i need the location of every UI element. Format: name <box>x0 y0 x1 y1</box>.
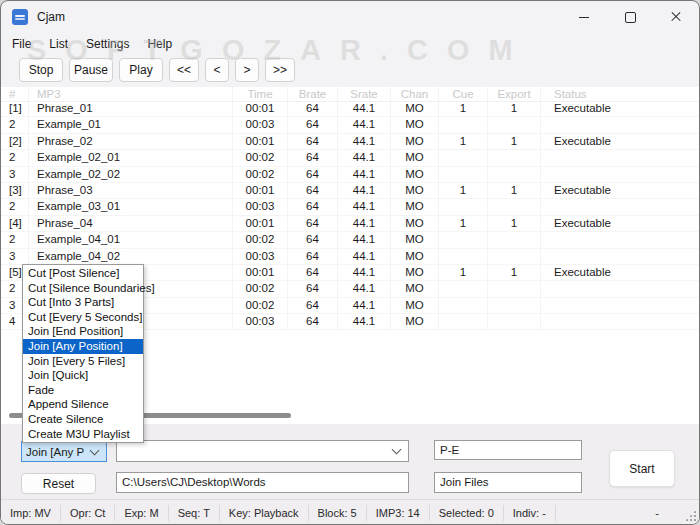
pause-button[interactable]: Pause <box>69 58 113 82</box>
context-menu-item[interactable]: Cut [Every 5 Seconds] <box>23 310 143 325</box>
export-cell <box>488 281 541 296</box>
reset-button[interactable]: Reset <box>21 473 96 494</box>
status-cell <box>541 281 699 296</box>
export-cell <box>488 167 541 182</box>
time-cell: 00:01 <box>233 183 288 198</box>
time-cell: 00:01 <box>233 265 288 280</box>
step-back-button[interactable]: < <box>205 58 229 82</box>
status-cell <box>541 249 699 264</box>
num-cell: 3 <box>1 167 29 182</box>
table-row[interactable]: 2Example_02_0100:026444.1MO <box>1 150 699 166</box>
table-row[interactable]: [4]Phrase_0400:016444.1MO11Executable <box>1 216 699 232</box>
range-input[interactable]: P-E <box>434 440 582 460</box>
app-icon <box>12 9 28 25</box>
table-row[interactable]: [1]Phrase_0100:016444.1MO11Executable <box>1 101 699 117</box>
num-cell: 2 <box>1 232 29 247</box>
brate-cell: 64 <box>288 298 338 313</box>
chan-cell: MO <box>391 232 439 247</box>
action-combo[interactable]: Join [Any P <box>21 441 107 462</box>
name-cell: Example_04_02 <box>29 249 233 264</box>
menu-file[interactable]: File <box>3 35 40 53</box>
close-icon <box>670 11 682 23</box>
status-segment: Exp: M <box>115 505 168 521</box>
maximize-button[interactable] <box>607 1 653 33</box>
brate-cell: 64 <box>288 314 338 329</box>
srate-cell: 44.1 <box>338 216 391 231</box>
table-row[interactable]: 2Example_0100:036444.1MO <box>1 117 699 133</box>
context-menu-item[interactable]: Append Silence <box>23 397 143 412</box>
table-row[interactable]: 2Example_04_0100:026444.1MO <box>1 232 699 248</box>
path-input[interactable]: C:\Users\CJ\Desktop\Words <box>116 472 409 493</box>
menu-bar: FileListSettingsHelp <box>3 33 181 54</box>
cue-cell <box>439 167 488 182</box>
context-menu: Cut [Post Silence]Cut [Silence Boundarie… <box>22 264 144 443</box>
status-segment: Indiv: - <box>504 505 556 521</box>
time-cell: 00:03 <box>233 314 288 329</box>
context-menu-item[interactable]: Join [Quick] <box>23 368 143 383</box>
cue-cell: 1 <box>439 101 488 116</box>
context-menu-item[interactable]: Cut [Silence Boundaries] <box>23 281 143 296</box>
menu-settings[interactable]: Settings <box>77 35 138 53</box>
num-cell: 2 <box>1 117 29 132</box>
cue-cell <box>439 298 488 313</box>
srate-cell: 44.1 <box>338 183 391 198</box>
output-name-input[interactable]: Join Files <box>434 472 582 493</box>
export-cell: 1 <box>488 265 541 280</box>
window-controls <box>561 1 699 33</box>
minimize-button[interactable] <box>561 1 607 33</box>
context-menu-item[interactable]: Join [End Position] <box>23 324 143 339</box>
cue-cell <box>439 232 488 247</box>
context-menu-item[interactable]: Fade <box>23 383 143 398</box>
context-menu-item[interactable]: Join [Every 5 Files] <box>23 354 143 369</box>
context-menu-item[interactable]: Join [Any Position] <box>23 339 143 354</box>
status-cell: Executable <box>541 183 699 198</box>
chan-cell: MO <box>391 314 439 329</box>
play-button[interactable]: Play <box>119 58 163 82</box>
status-bar: Imp: MVOpr: CtExp: MSeq: TKey: PlaybackB… <box>1 499 699 525</box>
file-list-header: #MP3TimeBrateSrateChanCueExportStatus <box>1 87 699 102</box>
export-cell <box>488 249 541 264</box>
name-cell: Example_01 <box>29 117 233 132</box>
status-cell <box>541 150 699 165</box>
context-menu-item[interactable]: Cut [Into 3 Parts] <box>23 295 143 310</box>
menu-list[interactable]: List <box>40 35 77 53</box>
cue-cell <box>439 281 488 296</box>
time-cell: 00:02 <box>233 167 288 182</box>
start-button[interactable]: Start <box>609 450 675 487</box>
num-column-header: # <box>1 87 29 101</box>
chan-cell: MO <box>391 101 439 116</box>
table-row[interactable]: 3Example_02_0200:026444.1MO <box>1 167 699 183</box>
export-cell: 1 <box>488 134 541 149</box>
export-column-header: Export <box>488 87 541 101</box>
time-cell: 00:01 <box>233 134 288 149</box>
name-cell: Example_02_02 <box>29 167 233 182</box>
status-cell: Executable <box>541 216 699 231</box>
close-button[interactable] <box>653 1 699 33</box>
skip-forward-button[interactable]: >> <box>265 58 295 82</box>
table-row[interactable]: 2Example_03_0100:036444.1MO <box>1 199 699 215</box>
srate-cell: 44.1 <box>338 232 391 247</box>
table-row[interactable]: [2]Phrase_0200:016444.1MO11Executable <box>1 134 699 150</box>
status-segment: Imp: MV <box>1 505 61 521</box>
stop-button[interactable]: Stop <box>19 58 63 82</box>
action-combo-value: Join [Any P <box>26 446 84 458</box>
status-cell: Executable <box>541 134 699 149</box>
table-row[interactable]: 3Example_04_0200:036444.1MO <box>1 249 699 265</box>
cue-column-header: Cue <box>439 87 488 101</box>
chan-column-header: Chan <box>391 87 439 101</box>
status-segment: Key: Playback <box>220 505 309 521</box>
step-forward-button[interactable]: > <box>235 58 259 82</box>
menu-help[interactable]: Help <box>138 35 181 53</box>
cue-cell <box>439 199 488 214</box>
context-menu-item[interactable]: Create Silence <box>23 412 143 427</box>
context-menu-item[interactable]: Create M3U Playlist <box>23 427 143 442</box>
table-row[interactable]: [3]Phrase_0300:016444.1MO11Executable <box>1 183 699 199</box>
name-cell: Example_02_01 <box>29 150 233 165</box>
context-menu-item[interactable]: Cut [Post Silence] <box>23 266 143 281</box>
minimize-icon <box>579 17 589 18</box>
skip-back-button[interactable]: << <box>169 58 199 82</box>
file-combo[interactable] <box>116 440 409 462</box>
export-cell <box>488 232 541 247</box>
srate-cell: 44.1 <box>338 199 391 214</box>
num-cell: 2 <box>1 150 29 165</box>
